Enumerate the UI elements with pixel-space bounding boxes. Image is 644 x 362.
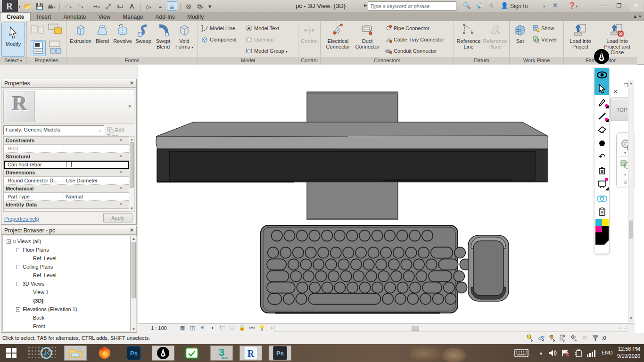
panel-label-properties[interactable]: Properties	[27, 57, 66, 65]
tree-expander-icon[interactable]: −	[16, 282, 20, 286]
tree-item-ref-level[interactable]: Ref. Level	[4, 254, 130, 263]
tab-add-ins[interactable]: Add-Ins	[149, 13, 181, 22]
infocenter-collapse-icon[interactable]: ▶	[364, 3, 367, 8]
viewer-button[interactable]: Viewer	[532, 35, 557, 44]
resize-grip[interactable]: ⁙	[623, 326, 627, 330]
properties-close-icon[interactable]: ✕	[130, 80, 134, 86]
search-input[interactable]	[368, 1, 456, 11]
prop-section-header[interactable]: Constraints«	[4, 137, 129, 145]
project-browser-close-icon[interactable]: ✕	[130, 227, 134, 233]
revit-app-button[interactable]: R▾	[2, 0, 20, 13]
battery-icon[interactable]	[572, 346, 586, 361]
sign-in-button[interactable]: Sign In	[510, 3, 528, 9]
switch-windows-icon[interactable]: ⧉▾	[195, 2, 206, 11]
pen-tool-icon[interactable]	[594, 95, 609, 109]
lock-3d-view-icon[interactable]: 🔓	[238, 325, 246, 332]
touch-keyboard-icon[interactable]	[512, 346, 531, 361]
measure-icon[interactable]: ⇿▾	[91, 2, 101, 11]
prop-section-header[interactable]: Structural«	[4, 153, 129, 161]
view-minimize-icon[interactable]: —	[613, 82, 619, 88]
undo-annotation-icon[interactable]: ↶	[594, 150, 609, 164]
panel-label-control[interactable]: Control	[298, 57, 320, 65]
shadows-icon[interactable]: ◑	[208, 325, 216, 332]
signin-dropdown-icon[interactable]: ▾	[543, 4, 545, 8]
tree-expander-icon[interactable]: −	[7, 239, 11, 244]
prop-row[interactable]: Part TypeNormal	[4, 193, 129, 201]
customize-qat-icon[interactable]: ▾	[207, 2, 213, 11]
annotation-cursor-icon[interactable]	[594, 82, 609, 95]
tree-item-view-1[interactable]: View 1	[4, 288, 130, 296]
view-scale[interactable]: 1 : 100	[151, 325, 167, 331]
prop-section-header[interactable]: Identity Data«	[4, 201, 129, 209]
family-types-dialog-icon[interactable]	[49, 40, 65, 57]
clipboard-icon[interactable]	[594, 205, 609, 218]
canvas-hscrollbar[interactable]: › ⁙	[274, 325, 628, 332]
set-work-plane-button[interactable]: Set	[510, 23, 530, 57]
type-selector[interactable]: Family: Generic Models ⌄	[3, 125, 104, 135]
tab-insert[interactable]: Insert	[31, 13, 57, 22]
tree-item-ceiling-plans[interactable]: −Ceiling Plans	[4, 263, 130, 271]
tree-item--3d-[interactable]: {3D}	[4, 296, 130, 305]
project-browser-titlebar[interactable]: Project Browser - pc ✕	[1, 226, 136, 235]
aligned-dimension-icon[interactable]: ⤢	[103, 2, 114, 11]
print-icon[interactable]: 🖶▾	[46, 2, 57, 11]
tree-expander-icon[interactable]: −	[16, 307, 20, 312]
help-icon[interactable]: ❓▾	[568, 2, 578, 9]
load-into-project-button[interactable]: Load into Project	[566, 23, 595, 57]
select-links-toggle[interactable]	[526, 334, 535, 342]
default-3d-view-icon[interactable]: ⌂▾	[143, 2, 154, 11]
visual-style-icon[interactable]: ◫	[188, 325, 197, 332]
edit-type-button[interactable]: Edit Type	[107, 125, 134, 135]
tree-item-3d-views[interactable]: −3D Views	[4, 280, 130, 288]
taskbar-3dsmax-icon[interactable]: 3MAX	[210, 346, 233, 361]
electrical-connector-button[interactable]: Electrical Connector	[324, 23, 352, 57]
worksharing-gear-icon[interactable]: ⚙	[580, 334, 589, 342]
panel-label-connectors[interactable]: Connectors	[321, 57, 454, 65]
void-forms-button[interactable]: Void Forms ▾	[172, 23, 197, 57]
prop-row[interactable]: Round Connector Di...Use Diameter	[4, 177, 129, 185]
signal-bars-icon[interactable]	[585, 346, 599, 361]
exchange-apps-icon[interactable]: ✕	[553, 2, 558, 9]
tree-item-ref-level[interactable]: Ref. Level	[4, 271, 130, 280]
filter-icon[interactable]	[591, 334, 600, 342]
can-host-rebar-checkbox[interactable]	[66, 162, 72, 167]
eraser-tool-icon[interactable]	[594, 123, 609, 136]
panel-label-forms[interactable]: Forms	[66, 57, 198, 65]
reference-line-button[interactable]: Reference Line	[455, 23, 482, 57]
sun-path-icon[interactable]: ☀	[198, 325, 206, 332]
redo-icon[interactable]: ↷▾	[74, 2, 85, 11]
select-underlay-toggle[interactable]	[537, 334, 546, 342]
prop-row[interactable]: Host	[4, 145, 129, 153]
tree-item-floor-plans[interactable]: −Floor Plans	[4, 246, 130, 254]
tab-modify[interactable]: Modify	[181, 13, 210, 22]
conduit-connector-button[interactable]: Conduit Connector	[385, 47, 437, 55]
start-button[interactable]	[0, 346, 23, 361]
tag-icon[interactable]: 🏷	[115, 2, 125, 11]
tree-item-elevations-elevation-1-[interactable]: −Elevations (Elevation 1)	[4, 305, 130, 313]
section-icon[interactable]: ◒	[155, 2, 165, 11]
tree-item-back[interactable]: Back	[4, 313, 130, 322]
prop-row[interactable]: Can host rebar	[4, 161, 129, 169]
3d-model[interactable]	[138, 65, 635, 323]
properties-grid-scrollbar[interactable]: ▲ ▼	[129, 136, 135, 212]
modify-button[interactable]: Modify	[1, 23, 25, 57]
tree-expander-icon[interactable]: −	[16, 248, 20, 252]
communication-center-icon[interactable]: 📡	[475, 2, 483, 9]
tree-item-views-all-[interactable]: −⌑ Views (all)	[4, 237, 130, 246]
taskbar-firefox-icon[interactable]	[93, 346, 116, 361]
restore-button[interactable]: ❐	[612, 1, 626, 11]
color-palette[interactable]	[595, 219, 609, 245]
taskbar-explorer-icon[interactable]	[64, 346, 87, 361]
crop-view-icon[interactable]: ⬚	[218, 325, 226, 332]
cable-tray-connector-button[interactable]: Cable Tray Connector	[385, 35, 444, 44]
properties-palette-titlebar[interactable]: Properties ✕	[1, 79, 136, 88]
panel-label-work-plane[interactable]: Work Plane	[510, 57, 563, 65]
component-button[interactable]: Component	[201, 35, 237, 44]
current-color-swatch[interactable]	[595, 232, 609, 245]
text-icon[interactable]: A	[127, 2, 137, 11]
properties-palette-toggle-icon[interactable]	[31, 40, 46, 56]
taskbar-revit-icon[interactable]: R	[239, 346, 262, 361]
panel-label-datum[interactable]: Datum	[454, 57, 509, 65]
prop-section-header[interactable]: Mechanical«	[4, 185, 129, 193]
undo-icon[interactable]: ↶▾	[63, 2, 73, 11]
